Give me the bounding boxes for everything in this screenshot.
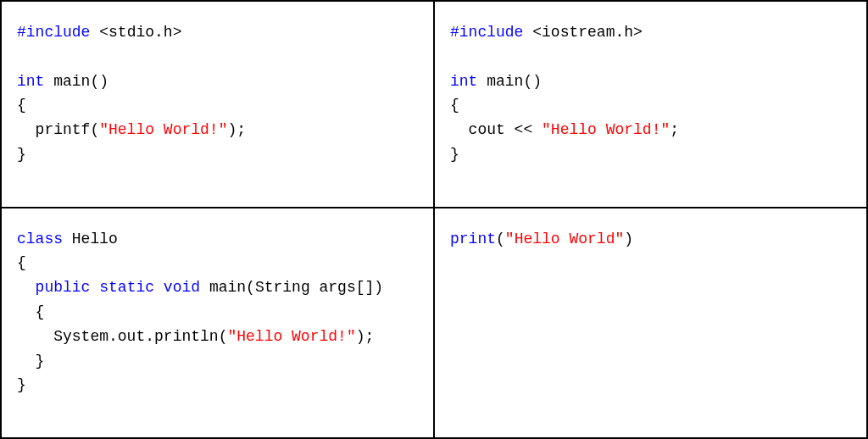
code-cell-cpp: #include <iostream.h> int main() { cout … xyxy=(434,1,867,208)
code-token-str: "Hello World!" xyxy=(227,328,355,345)
code-token-plain: } xyxy=(17,146,26,163)
code-token-plain: System.out.println( xyxy=(17,328,227,345)
code-token-plain: ); xyxy=(356,328,375,345)
code-token-plain: { xyxy=(17,254,26,271)
code-token-kw: #include xyxy=(17,24,90,41)
code-token-plain: ) xyxy=(624,231,633,247)
code-comparison-grid: #include <stdio.h> int main() { printf("… xyxy=(0,0,868,439)
code-token-kw: int xyxy=(450,73,477,90)
code-token-plain: Hello xyxy=(63,231,118,247)
code-token-kw: static xyxy=(99,279,154,296)
code-token-str: "Hello World" xyxy=(505,231,624,247)
code-token-plain: main() xyxy=(44,73,108,90)
code-token-str: "Hello World!" xyxy=(542,121,670,138)
code-token-plain: { xyxy=(450,97,459,114)
code-token-plain: } xyxy=(17,376,26,393)
code-token-plain: ( xyxy=(496,231,505,247)
code-cell-python: print("Hello World") xyxy=(434,208,867,438)
code-token-plain: ); xyxy=(227,121,246,138)
code-token-plain xyxy=(154,279,164,296)
code-token-plain: main() xyxy=(477,73,542,90)
code-token-plain xyxy=(90,279,99,296)
code-token-plain: { xyxy=(17,303,44,320)
code-token-str: "Hello World!" xyxy=(99,121,227,138)
code-token-plain xyxy=(17,279,36,296)
code-token-plain: <iostream.h> xyxy=(523,24,642,41)
code-token-kw: class xyxy=(17,231,63,247)
code-token-plain: printf( xyxy=(17,121,99,138)
code-token-plain: cout << xyxy=(450,121,542,138)
code-token-kw: #include xyxy=(450,24,523,41)
code-token-kw: print xyxy=(450,231,496,247)
code-token-plain: } xyxy=(17,353,44,370)
code-token-plain: <stdio.h> xyxy=(90,24,181,41)
code-token-plain: { xyxy=(17,97,26,114)
code-token-plain: main(String args[]) xyxy=(200,279,383,296)
code-token-kw: void xyxy=(164,279,200,296)
code-token-kw: public xyxy=(36,279,91,296)
code-token-kw: int xyxy=(17,73,44,90)
code-token-plain: } xyxy=(450,146,459,163)
code-cell-c: #include <stdio.h> int main() { printf("… xyxy=(1,1,434,208)
code-token-plain: ; xyxy=(670,121,679,138)
code-cell-java: class Hello { public static void main(St… xyxy=(1,208,434,438)
